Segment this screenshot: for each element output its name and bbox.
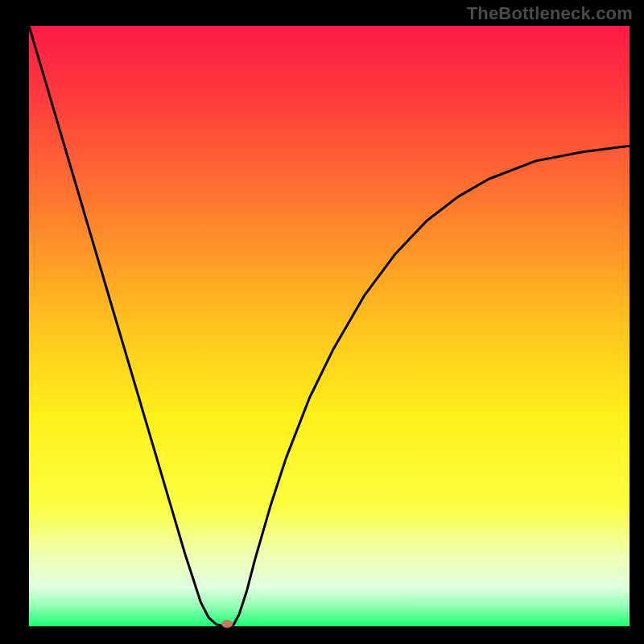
optimum-marker <box>221 620 233 628</box>
chart-frame: TheBottleneck.com <box>0 0 644 644</box>
bottleneck-chart <box>0 0 644 644</box>
watermark-text: TheBottleneck.com <box>467 3 633 24</box>
plot-background <box>29 26 630 626</box>
